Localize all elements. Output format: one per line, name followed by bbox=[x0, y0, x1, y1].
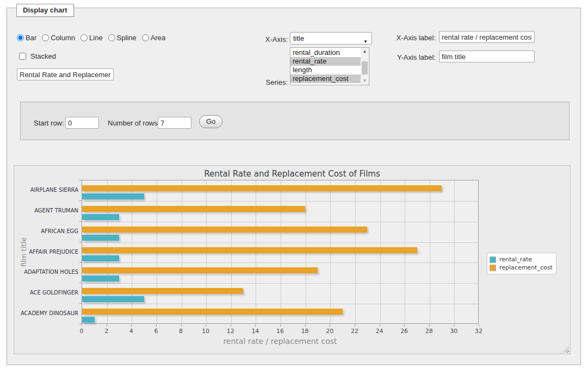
x-axis-select-label: X-Axis: bbox=[236, 35, 288, 43]
x-tick-mark-28 bbox=[429, 324, 430, 327]
chart-legend: rental_ratereplacement_cost bbox=[487, 253, 556, 274]
chart-type-radio-group: Bar Column Line Spline Area bbox=[17, 34, 169, 42]
gridline-y-1 bbox=[82, 201, 478, 202]
x-axis-label-label: X-Axis label: bbox=[355, 34, 436, 42]
x-tick-mark-20 bbox=[330, 324, 330, 327]
y-tick-mark-5 bbox=[79, 283, 82, 283]
y-tick-mark-7 bbox=[79, 324, 82, 324]
number-of-rows-label: Number of rows: bbox=[108, 119, 159, 127]
x-tick-mark-12 bbox=[231, 324, 231, 327]
legend-label-replacement_cost: replacement_cost bbox=[499, 264, 553, 271]
chart-type-area-label: Area bbox=[151, 34, 165, 42]
chart-x-axis-title: rental rate / replacement cost bbox=[82, 337, 479, 346]
category-label: ACE GOLDFINGER bbox=[14, 290, 78, 296]
stacked-label: Stacked bbox=[30, 52, 56, 60]
bar-replacement_cost bbox=[82, 288, 243, 294]
bar-rental_rate bbox=[82, 193, 144, 199]
x-tick-label-26: 26 bbox=[395, 328, 413, 335]
x-tick-label-10: 10 bbox=[197, 328, 214, 335]
y-tick-mark-6 bbox=[79, 303, 82, 304]
chart-type-area[interactable]: Area bbox=[142, 34, 165, 42]
series-option-rental_rate[interactable]: rental_rate bbox=[290, 57, 361, 66]
chart-type-column[interactable]: Column bbox=[42, 34, 75, 42]
x-tick-label-2: 2 bbox=[98, 328, 115, 335]
x-axis-label-input[interactable] bbox=[439, 31, 535, 43]
scrollbar-thumb[interactable] bbox=[362, 61, 368, 74]
bar-replacement_cost bbox=[82, 267, 318, 273]
chart-type-column-label: Column bbox=[51, 34, 75, 42]
gridline-y-4 bbox=[82, 262, 478, 263]
legend-label-rental_rate: rental_rate bbox=[499, 256, 532, 263]
x-tick-label-0: 0 bbox=[73, 328, 90, 335]
resize-handle-icon[interactable] bbox=[562, 346, 569, 353]
legend-swatch-rental_rate bbox=[490, 256, 496, 263]
x-tick-mark-4 bbox=[131, 324, 132, 327]
bar-replacement_cost bbox=[82, 227, 367, 233]
bar-rental_rate bbox=[82, 317, 95, 323]
category-label: AIRPLANE SIERRA bbox=[14, 187, 78, 193]
y-tick-mark-1 bbox=[79, 200, 82, 201]
start-row-input[interactable] bbox=[65, 117, 99, 129]
x-tick-mark-14 bbox=[255, 324, 256, 327]
bar-rental_rate bbox=[82, 255, 119, 261]
bar-replacement_cost bbox=[82, 309, 343, 315]
x-tick-mark-22 bbox=[355, 324, 355, 327]
y-tick-mark-2 bbox=[79, 221, 82, 222]
category-label: AFFAIR PREJUDICE bbox=[14, 249, 78, 255]
chart-type-spline[interactable]: Spline bbox=[108, 34, 137, 42]
gridline-y-3 bbox=[82, 242, 478, 243]
x-tick-label-18: 18 bbox=[296, 328, 314, 335]
x-tick-label-28: 28 bbox=[420, 328, 438, 335]
x-tick-mark-6 bbox=[156, 324, 157, 327]
category-label: AGENT TRUMAN bbox=[14, 208, 78, 214]
bar-rental_rate bbox=[82, 275, 119, 281]
x-tick-label-16: 16 bbox=[271, 328, 289, 335]
gridline-x-30 bbox=[454, 180, 455, 323]
x-tick-label-22: 22 bbox=[346, 328, 363, 335]
chart-type-line[interactable]: Line bbox=[81, 34, 103, 42]
scroll-down-icon[interactable]: ▼ bbox=[361, 77, 369, 85]
x-tick-mark-26 bbox=[404, 324, 405, 327]
x-tick-mark-24 bbox=[380, 324, 380, 327]
chart-type-line-label: Line bbox=[89, 34, 103, 42]
bar-rental_rate bbox=[82, 296, 144, 302]
chart-title-input[interactable] bbox=[17, 68, 114, 80]
x-tick-mark-10 bbox=[206, 324, 206, 327]
x-tick-mark-8 bbox=[181, 324, 182, 327]
y-axis-label-input[interactable] bbox=[439, 51, 535, 62]
legend-entry-replacement_cost: replacement_cost bbox=[490, 264, 553, 271]
chart-type-spline-radio[interactable] bbox=[108, 34, 115, 41]
category-label: AFRICAN EGG bbox=[14, 228, 78, 235]
chart-type-bar-label: Bar bbox=[26, 34, 36, 42]
y-tick-mark-4 bbox=[79, 262, 82, 262]
x-tick-label-4: 4 bbox=[122, 328, 140, 335]
stacked-checkbox[interactable] bbox=[19, 53, 26, 60]
x-tick-label-8: 8 bbox=[172, 328, 190, 335]
row-controls-panel: Start row: Number of rows: Go bbox=[20, 102, 570, 140]
number-of-rows-input[interactable] bbox=[158, 117, 191, 129]
y-tick-mark-3 bbox=[79, 242, 82, 242]
chart-panel: Rental Rate and Replacement Cost of Film… bbox=[14, 165, 571, 354]
x-tick-label-6: 6 bbox=[147, 328, 165, 335]
x-tick-mark-16 bbox=[280, 324, 281, 327]
gridline-y-6 bbox=[82, 304, 478, 304]
chart-type-bar[interactable]: Bar bbox=[17, 34, 36, 42]
series-option-rental_duration[interactable]: rental_duration bbox=[290, 48, 361, 57]
stacked-row[interactable]: Stacked bbox=[17, 51, 56, 61]
chart-type-line-radio[interactable] bbox=[81, 34, 88, 41]
bar-rental_rate bbox=[82, 214, 119, 220]
y-axis-label-label: Y-Axis label: bbox=[355, 53, 436, 61]
chart-type-area-radio[interactable] bbox=[142, 34, 149, 41]
x-tick-mark-32 bbox=[479, 324, 479, 327]
go-button[interactable]: Go bbox=[199, 115, 222, 128]
bar-replacement_cost bbox=[82, 206, 305, 212]
chart-type-column-radio[interactable] bbox=[42, 34, 49, 41]
chart-type-bar-radio[interactable] bbox=[17, 34, 24, 41]
display-chart-fieldset: Display chart Bar Column Line Spline Are… bbox=[7, 8, 581, 365]
legend-entry-rental_rate: rental_rate bbox=[490, 256, 553, 263]
bar-replacement_cost bbox=[82, 185, 442, 191]
x-tick-label-14: 14 bbox=[246, 328, 264, 335]
chart-plot-area bbox=[82, 180, 479, 324]
series-option-replacement_cost[interactable]: replacement_cost bbox=[290, 74, 361, 83]
series-option-length[interactable]: length bbox=[290, 66, 361, 74]
